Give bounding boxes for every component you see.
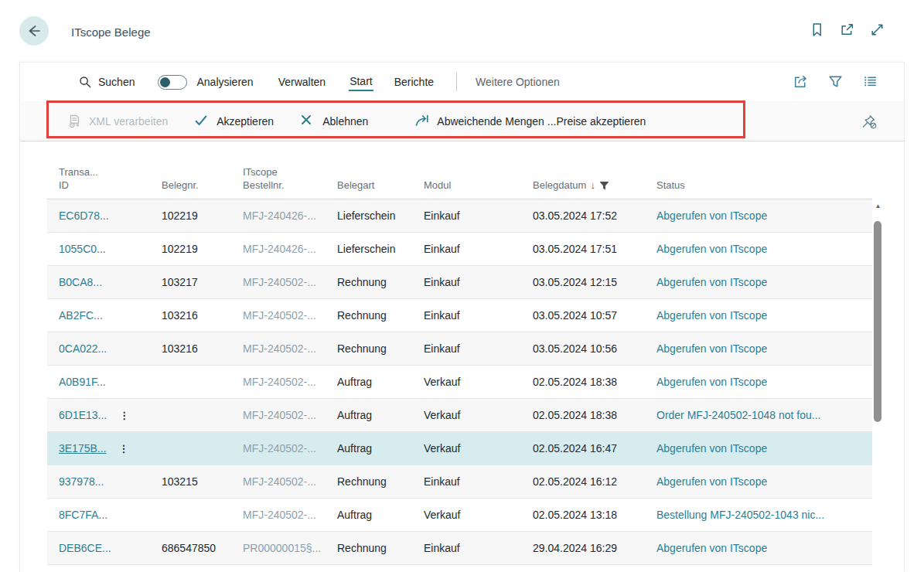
share-icon[interactable] <box>793 73 809 90</box>
table-row[interactable]: EC6D78...102219MFJ-240426-...Lieferschei… <box>47 199 872 233</box>
app-header: ITscope Belege <box>0 0 924 62</box>
cell-transaction-id: 937978... <box>59 475 162 488</box>
xml-document-gear-icon <box>66 114 82 129</box>
table-row[interactable]: 8FC7FA...MFJ-240502-...AuftragVerkauf02.… <box>47 499 872 532</box>
cell-transaction-id: 6D1E13...⋮ <box>59 409 162 421</box>
ablehnen-button[interactable]: Ablehnen <box>300 114 368 129</box>
cell-belegdatum: 02.05.2024 16:12 <box>533 475 656 488</box>
menu-verwalten[interactable]: Verwalten <box>278 76 326 88</box>
analyze-toggle[interactable] <box>158 75 187 90</box>
row-context-menu-icon[interactable]: ⋮ <box>119 410 129 421</box>
expand-icon[interactable] <box>869 22 885 38</box>
cell-bestellnr: MFJ-240502-... <box>243 409 337 421</box>
cell-transaction-id: 3E175B...⋮ <box>59 442 162 455</box>
cell-belegnr: 686547850 <box>162 542 243 554</box>
cell-belegdatum: 03.05.2024 10:57 <box>533 309 656 322</box>
cell-transaction-id: 8FC7FA... <box>59 509 162 521</box>
row-context-menu-icon[interactable]: ⋮ <box>119 443 129 455</box>
page-title: ITscope Belege <box>71 26 151 39</box>
cell-transaction-id: EC6D78... <box>59 209 162 222</box>
cell-status: Abgerufen von ITscope <box>656 209 872 222</box>
table-row[interactable]: 1055C0...102219MFJ-240426-...Lieferschei… <box>47 233 872 266</box>
transaction-id-link[interactable]: 6D1E13... <box>59 409 107 421</box>
cell-modul: Einkauf <box>424 475 533 488</box>
cell-belegart: Auftrag <box>337 376 424 388</box>
cell-modul: Verkauf <box>424 442 533 455</box>
list-details-icon[interactable] <box>862 73 878 90</box>
cell-transaction-id: AB2FC... <box>59 309 162 322</box>
transaction-id-link[interactable]: 1055C0... <box>59 243 106 255</box>
tab-berichte[interactable]: Berichte <box>394 74 435 90</box>
column-header-modul[interactable]: Modul <box>424 179 533 192</box>
cell-modul: Einkauf <box>424 342 533 355</box>
content-panel: Suchen Analysieren Verwalten Start Beric… <box>19 62 905 572</box>
cell-bestellnr: MFJ-240426-... <box>243 243 337 255</box>
akzeptieren-button[interactable]: Akzeptieren <box>194 114 274 129</box>
cell-belegnr: 102219 <box>162 243 243 255</box>
abweichende-mengen-button[interactable]: Abweichende Mengen ...Preise akzeptieren <box>414 114 646 129</box>
bookmark-icon[interactable] <box>809 22 825 38</box>
table-row[interactable]: 6D1E13...⋮MFJ-240502-...AuftragVerkauf02… <box>47 399 872 432</box>
column-header-transaction-id[interactable]: Transa... ID <box>59 165 162 192</box>
cell-transaction-id: 0CA022... <box>59 342 162 355</box>
cell-transaction-id: 1055C0... <box>59 243 162 255</box>
cell-modul: Einkauf <box>424 243 533 255</box>
table-row[interactable]: B0CA8...103217MFJ-240502-...RechnungEink… <box>47 266 872 299</box>
cell-modul: Verkauf <box>424 509 533 521</box>
table-row[interactable]: DEB6CE...686547850PR00000015§...Rechnung… <box>47 532 872 565</box>
cell-status: Bestellung MFJ-240502-1043 nic... <box>656 509 872 521</box>
table-row[interactable]: A0B91F...MFJ-240502-...AuftragVerkauf02.… <box>47 366 872 399</box>
column-header-belegnr[interactable]: Belegnr. <box>162 179 243 192</box>
unpin-icon[interactable] <box>860 112 878 131</box>
vertical-scrollbar[interactable]: ▲ <box>872 200 884 570</box>
cell-belegart: Lieferschein <box>337 243 424 255</box>
table-body: EC6D78...102219MFJ-240426-...Lieferschei… <box>47 199 872 572</box>
transaction-id-link[interactable]: 937978... <box>59 475 104 488</box>
xml-verarbeiten-label: XML verarbeiten <box>89 115 168 128</box>
filter-icon[interactable] <box>827 73 844 90</box>
cell-belegnr: 103217 <box>162 276 243 288</box>
scrollbar-thumb[interactable] <box>874 221 881 422</box>
transaction-id-link[interactable]: B0CA8... <box>59 276 102 288</box>
cell-belegart: Rechnung <box>337 309 424 322</box>
transaction-id-link[interactable]: 8FC7FA... <box>59 509 107 521</box>
cell-transaction-id: A0B91F... <box>59 376 162 388</box>
table-row[interactable]: AB2FC...103216MFJ-240502-...RechnungEink… <box>47 299 872 332</box>
scrollbar-up-icon[interactable]: ▲ <box>872 200 884 214</box>
transaction-id-link[interactable]: 0CA022... <box>59 342 107 355</box>
column-header-belegart[interactable]: Belegart <box>337 179 424 192</box>
xml-verarbeiten-button[interactable]: XML verarbeiten <box>66 114 168 129</box>
x-icon <box>300 114 315 129</box>
transaction-id-link[interactable]: A0B91F... <box>59 376 106 388</box>
table-row[interactable]: 3E175B...⋮MFJ-240502-...AuftragVerkauf02… <box>47 432 872 465</box>
cell-belegart: Rechnung <box>337 475 424 488</box>
column-header-status[interactable]: Status <box>656 179 878 192</box>
transaction-id-link[interactable]: 3E175B... <box>59 442 107 455</box>
table-row[interactable]: 937978...103215MFJ-240502-...RechnungEin… <box>47 465 872 499</box>
transaction-id-link[interactable]: AB2FC... <box>59 309 103 322</box>
cell-bestellnr: MFJ-240502-... <box>243 442 337 455</box>
cell-bestellnr: MFJ-240502-... <box>243 475 337 488</box>
cell-belegart: Lieferschein <box>337 209 424 222</box>
cell-status: Abgerufen von ITscope <box>656 342 872 355</box>
column-header-bestellnr[interactable]: ITscope Bestellnr. <box>243 165 337 192</box>
cell-belegart: Rechnung <box>337 542 424 554</box>
transaction-id-link[interactable]: DEB6CE... <box>59 542 111 554</box>
table-row[interactable]: 0CA022...103216MFJ-240502-...RechnungEin… <box>47 332 872 366</box>
toolbar-divider <box>456 73 457 91</box>
analyze-label[interactable]: Analysieren <box>196 76 253 88</box>
back-button[interactable] <box>19 16 49 46</box>
cell-status: Abgerufen von ITscope <box>656 243 872 255</box>
cell-belegdatum: 03.05.2024 12:15 <box>533 276 656 288</box>
checkmark-icon <box>194 114 210 129</box>
search-button[interactable]: Suchen <box>78 75 135 89</box>
cell-belegdatum: 02.05.2024 16:47 <box>533 442 656 455</box>
cell-modul: Einkauf <box>424 209 533 222</box>
column-header-belegdatum[interactable]: Belegdatum ↓ <box>533 179 656 192</box>
cell-transaction-id: B0CA8... <box>59 276 162 288</box>
more-options[interactable]: Weitere Optionen <box>476 76 560 88</box>
open-in-new-window-icon[interactable] <box>839 22 855 38</box>
transaction-id-link[interactable]: EC6D78... <box>59 209 109 222</box>
ablehnen-label: Ablehnen <box>322 115 368 128</box>
tab-start[interactable]: Start <box>349 73 373 91</box>
